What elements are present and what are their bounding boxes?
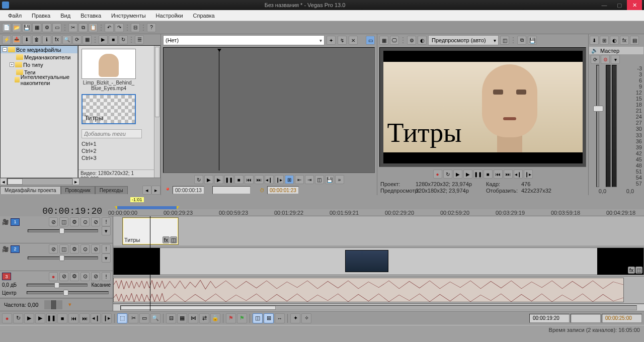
- copy-icon[interactable]: ⧉: [78, 23, 88, 32]
- t3-mode[interactable]: Касание: [91, 282, 111, 288]
- t2-bypass-icon[interactable]: ⊘: [49, 244, 58, 253]
- bb-b-icon[interactable]: ✧: [301, 313, 311, 323]
- t-subclip-icon[interactable]: ◫: [315, 175, 324, 184]
- open-icon[interactable]: 📂: [12, 23, 21, 32]
- bb-group-icon[interactable]: ⊞: [264, 313, 274, 323]
- bb-region-icon[interactable]: ⚑: [237, 313, 247, 323]
- menu-view[interactable]: Вид: [55, 11, 75, 20]
- pv-play-icon[interactable]: ▶: [463, 169, 472, 179]
- t1-motion-icon[interactable]: ◫: [59, 217, 68, 226]
- t-save-icon[interactable]: 💾: [325, 175, 334, 184]
- master-fader[interactable]: [596, 65, 599, 187]
- media-autoplay-icon[interactable]: ↻: [119, 35, 128, 44]
- m-mix-icon[interactable]: ⊞: [600, 36, 609, 45]
- t3-auto-icon[interactable]: ⊙: [80, 272, 90, 281]
- tree-bins[interactable]: Медианакопители: [1, 53, 77, 61]
- t2-comp-icon[interactable]: ▾: [102, 253, 111, 263]
- track-header-2[interactable]: 🎥2 ⊘ ◫ ⚙ ⊙ ⊘ ! ▾: [0, 243, 113, 271]
- paste-icon[interactable]: 📋: [89, 23, 98, 32]
- media-get-icon[interactable]: ⬇: [22, 35, 31, 44]
- pv-next-icon[interactable]: ❙▸: [524, 169, 533, 179]
- bb-stop-icon[interactable]: ■: [57, 313, 67, 323]
- track-header-3[interactable]: 3 ● ⊘ ⚙ ⊙ ⊘ ! 0,0 дБ Касание Центр: [0, 271, 113, 298]
- shortcut-3[interactable]: Ctrl+3: [82, 154, 157, 161]
- clip-titles[interactable]: Титры fx ◫: [122, 217, 179, 245]
- bb-normal-tool-icon[interactable]: ⬚: [117, 313, 127, 323]
- reset-icon[interactable]: ▾: [68, 301, 71, 308]
- tabs-scroll-left-icon[interactable]: ◂: [142, 186, 151, 195]
- timeline-marker[interactable]: -1:01: [130, 197, 144, 203]
- tree-smart[interactable]: Интеллектуальные накопители: [1, 76, 77, 83]
- t3-vol-slider[interactable]: [27, 284, 88, 287]
- t-play-icon[interactable]: ▶: [214, 175, 223, 184]
- media-clip-video[interactable]: Limp_Bizkit_-_Behind_Blue_Eyes.mp4: [82, 49, 136, 91]
- t-end-icon[interactable]: ⏭: [255, 175, 264, 184]
- media-thumbnails[interactable]: Limp_Bizkit_-_Behind_Blue_Eyes.mp4 Титры…: [78, 45, 160, 178]
- redo-icon[interactable]: ↷: [115, 23, 124, 32]
- trimmer-monitor-icon[interactable]: ▭: [366, 36, 375, 45]
- t3-pan-slider[interactable]: [27, 291, 109, 294]
- close-button[interactable]: ✕: [627, 0, 642, 10]
- bb-autoripple-icon[interactable]: ⇄: [199, 313, 209, 323]
- t3-arm-icon[interactable]: ●: [49, 272, 58, 281]
- tree-scrollbar[interactable]: ◂▸: [0, 178, 80, 185]
- t1-mute-icon[interactable]: ⊘: [91, 217, 100, 226]
- t-start-icon[interactable]: ⏮: [245, 175, 254, 184]
- properties-icon[interactable]: ⚙: [42, 23, 51, 32]
- t1-auto-icon[interactable]: ⊙: [80, 217, 90, 226]
- media-remove-icon[interactable]: 🗑: [32, 35, 41, 44]
- clip-fx-icon[interactable]: fx: [163, 236, 170, 243]
- m-out-icon[interactable]: ▤: [630, 36, 639, 45]
- t-nextframe-icon[interactable]: ❙▸: [275, 175, 284, 184]
- m-down-icon[interactable]: ⬇: [590, 36, 599, 45]
- menu-help[interactable]: Справка: [188, 11, 220, 20]
- pv-fx-icon[interactable]: ⚙: [407, 36, 416, 45]
- bb-ignore-icon[interactable]: ◫: [253, 313, 263, 323]
- t1-comp-icon[interactable]: ▾: [102, 226, 111, 235]
- media-tree[interactable]: −Все медиафайлы Медианакопители +По типу…: [0, 45, 78, 178]
- bb-playstart-icon[interactable]: ▶: [24, 313, 34, 323]
- media-fx-icon[interactable]: fx: [52, 35, 61, 44]
- menu-edit[interactable]: Правка: [27, 11, 55, 20]
- t2-fx-icon[interactable]: ⚙: [70, 244, 79, 253]
- tab-project-media[interactable]: Медиафайлы проекта: [0, 186, 61, 194]
- bb-end-icon[interactable]: ⏭: [79, 313, 90, 323]
- pv-stop-icon[interactable]: ■: [484, 169, 493, 179]
- minimize-button[interactable]: —: [597, 0, 612, 10]
- menu-options[interactable]: Настройки: [151, 11, 188, 20]
- pv-loop-icon[interactable]: ↻: [443, 169, 452, 179]
- tree-all-media[interactable]: −Все медиафайлы: [1, 46, 77, 53]
- t-loop-icon[interactable]: ↻: [194, 175, 203, 184]
- timeline-cursor[interactable]: [150, 216, 150, 311]
- trimmer-dur[interactable]: 00:00:01:23: [267, 186, 299, 194]
- menu-insert[interactable]: Вставка: [75, 11, 106, 20]
- t-pause-icon[interactable]: ❚❚: [224, 175, 233, 184]
- clip2-fx-icon[interactable]: fx: [628, 267, 635, 274]
- clip2-pan-icon[interactable]: ◫: [635, 267, 642, 274]
- tab-explorer[interactable]: Проводник: [61, 186, 95, 194]
- bb-autoxfade-icon[interactable]: ⋈: [188, 313, 198, 323]
- pv-playstart-icon[interactable]: ▶: [453, 169, 462, 179]
- t-playstart-icon[interactable]: ▶: [204, 175, 213, 184]
- m-dim-icon[interactable]: ◐: [610, 36, 619, 45]
- timeline-ruler[interactable]: 00:00:00:00 00:00:29:23 00:00:59:23 00:0…: [108, 209, 644, 216]
- t-addtl-icon[interactable]: ⊞: [285, 175, 294, 184]
- toolbar-btn-6[interactable]: ▭: [52, 23, 61, 32]
- pv-overlay-icon[interactable]: ◫: [500, 36, 509, 45]
- pv-prev-icon[interactable]: ◂❙: [514, 169, 523, 179]
- t2-solo-icon[interactable]: !: [102, 244, 111, 253]
- m-fx-icon[interactable]: fx: [620, 36, 629, 45]
- bb-tc-sel[interactable]: [571, 314, 601, 323]
- bb-start-icon[interactable]: ⏮: [68, 313, 78, 323]
- timeline-timecode[interactable]: 00:00:19:20: [0, 206, 108, 216]
- t1-level-slider[interactable]: [28, 229, 98, 232]
- pv-end-icon[interactable]: ⏭: [504, 169, 513, 179]
- media-play-icon[interactable]: ▶: [99, 35, 108, 44]
- bb-sel-tool-icon[interactable]: ▭: [139, 313, 149, 323]
- bb-rec-icon[interactable]: ●: [2, 313, 12, 323]
- track-lane-3[interactable]: [113, 277, 644, 304]
- add-tags-input[interactable]: [82, 129, 142, 138]
- track-lane-1[interactable]: Титры fx ◫: [113, 216, 644, 246]
- t3-fx-icon[interactable]: ⚙: [70, 272, 79, 281]
- t1-fx-icon[interactable]: ⚙: [70, 217, 79, 226]
